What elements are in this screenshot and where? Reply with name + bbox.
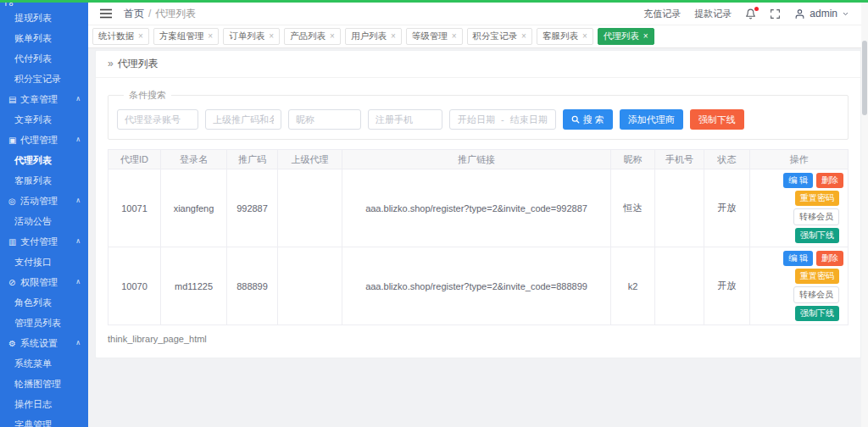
delete-button[interactable]: 删除: [816, 251, 843, 266]
fullscreen-icon[interactable]: [770, 8, 781, 19]
phone-input[interactable]: [368, 109, 442, 130]
tab[interactable]: 积分宝记录 ×: [467, 28, 532, 45]
top-right-actions: 充值记录 提款记录 admin: [643, 8, 849, 20]
sidebar-item[interactable]: 活动公告: [0, 211, 88, 231]
cell-agent-id: 10070: [108, 247, 161, 325]
sidebar-item[interactable]: 轮播图管理: [0, 374, 88, 394]
sidebar-group-label: 活动管理: [20, 196, 58, 206]
tab-close-icon[interactable]: ×: [391, 32, 396, 41]
parent-promo-code-input[interactable]: [205, 109, 281, 130]
cell-promo-code: 992887: [227, 169, 278, 247]
sidebar-group-item[interactable]: ⊘权限管理 ∧: [0, 272, 88, 292]
chevron-up-icon: ∧: [75, 231, 81, 252]
cell-promo-code: 888899: [227, 247, 278, 325]
tab-close-icon[interactable]: ×: [269, 32, 274, 41]
cell-actions: 编 辑 删除 重置密码 转移会员 强制下线: [750, 247, 849, 325]
tab[interactable]: 用户列表 ×: [345, 28, 402, 45]
cell-nickname: k2: [611, 247, 655, 325]
notification-bell-icon[interactable]: [745, 8, 756, 19]
tab-label: 等级管理: [412, 30, 448, 42]
sidebar-item[interactable]: 文章列表: [0, 109, 88, 130]
sidebar-item[interactable]: 角色列表: [0, 292, 88, 313]
cell-actions: 编 辑 删除 重置密码 转移会员 强制下线: [750, 169, 849, 247]
activity-icon: ◎: [8, 191, 20, 212]
tab-close-icon[interactable]: ×: [643, 32, 648, 41]
withdraw-records-link[interactable]: 提款记录: [694, 8, 732, 20]
nickname-input[interactable]: [288, 109, 361, 130]
reset-password-button[interactable]: 重置密码: [795, 269, 839, 284]
user-menu[interactable]: admin: [794, 8, 849, 19]
date-range-input[interactable]: 开始日期 - 结束日期: [449, 109, 556, 130]
tab[interactable]: 统计数据 ×: [92, 28, 149, 45]
sidebar-item-label: 客服列表: [14, 175, 52, 186]
chevron-up-icon: ∧: [75, 333, 81, 353]
cell-login-name: md11225: [161, 247, 227, 325]
agent-account-input[interactable]: [117, 109, 198, 130]
tab[interactable]: 客服列表 ×: [537, 28, 593, 45]
force-offline-button[interactable]: 强制下线: [795, 228, 839, 243]
breadcrumb-home[interactable]: 首页: [124, 8, 144, 19]
main-area: 首页/代理列表 充值记录 提款记录 admin 统计数据 × 方案组管理 × 订…: [88, 3, 861, 427]
column-header: 操作: [750, 150, 849, 169]
sidebar-item[interactable]: 系统菜单: [0, 353, 88, 374]
breadcrumb-current: 代理列表: [155, 8, 196, 19]
reset-password-button[interactable]: 重置密码: [795, 191, 839, 206]
tab-close-icon[interactable]: ×: [138, 32, 143, 41]
column-header: 代理ID: [108, 150, 161, 169]
delete-button[interactable]: 删除: [816, 173, 843, 188]
recharge-records-link[interactable]: 充值记录: [643, 8, 681, 20]
table-body: 10071 xiangfeng 992887 aaa.blizko.shop/r…: [108, 169, 849, 325]
tab-close-icon[interactable]: ×: [208, 32, 213, 41]
tab[interactable]: 订单列表 ×: [223, 28, 280, 45]
agent-list-card: »代理列表 条件搜索 开始日期 - 结束日期 搜 索: [95, 50, 861, 358]
force-offline-button[interactable]: 强制下线: [795, 306, 839, 321]
add-agent-button[interactable]: 添加代理商: [620, 109, 683, 130]
sidebar-item-label: 提现列表: [14, 13, 52, 23]
sidebar: T8 提现列表 账单列表 代付列表 积分宝记录 ▤文章管理 ∧ 文章列表 ▣代理…: [0, 0, 88, 427]
sidebar-item[interactable]: 代付列表: [0, 48, 88, 69]
edit-button[interactable]: 编 辑: [783, 251, 813, 266]
tab[interactable]: 产品列表 ×: [284, 28, 341, 45]
page-scrollbar-thumb[interactable]: [862, 41, 867, 115]
sidebar-item[interactable]: 客服列表: [0, 170, 88, 191]
sidebar-item[interactable]: 字典管理: [0, 414, 88, 427]
tab-close-icon[interactable]: ×: [452, 32, 457, 41]
sidebar-item[interactable]: 管理员列表: [0, 313, 88, 333]
sidebar-item[interactable]: 操作日志: [0, 394, 88, 414]
transfer-member-button[interactable]: 转移会员: [793, 286, 839, 303]
sidebar-item[interactable]: 支付接口: [0, 252, 88, 272]
hamburger-menu-icon[interactable]: [100, 8, 112, 19]
force-offline-all-button[interactable]: 强制下线: [690, 109, 744, 130]
sidebar-item[interactable]: 积分宝记录: [0, 69, 88, 89]
sidebar-group-item[interactable]: ◎活动管理 ∧: [0, 191, 88, 211]
transfer-member-button[interactable]: 转移会员: [793, 208, 839, 225]
sidebar-group-item[interactable]: ▤文章管理 ∧: [0, 89, 88, 109]
agent-table: 代理ID登录名推广码上级代理推广链接昵称手机号状态操作 10071 xiangf…: [108, 149, 849, 325]
loading-progress-bar: [0, 0, 868, 3]
tab-close-icon[interactable]: ×: [330, 32, 335, 41]
tab-close-icon[interactable]: ×: [582, 32, 587, 41]
sidebar-item[interactable]: 提现列表: [0, 8, 88, 28]
username: admin: [810, 8, 837, 19]
sidebar-item[interactable]: 代理列表: [0, 150, 88, 170]
tab-close-icon[interactable]: ×: [521, 32, 526, 41]
page-scrollbar[interactable]: [861, 0, 868, 427]
sidebar-group-label: 文章管理: [20, 94, 58, 104]
sidebar-group-item[interactable]: ⚙系统设置 ∧: [0, 333, 88, 353]
cell-status: 开放: [704, 169, 750, 247]
content-area: »代理列表 条件搜索 开始日期 - 结束日期 搜 索: [88, 48, 861, 427]
cell-login-name: xiangfeng: [161, 169, 227, 247]
sidebar-item-label: 代付列表: [14, 53, 52, 64]
sidebar-group-item[interactable]: ▥支付管理 ∧: [0, 231, 88, 252]
sidebar-item[interactable]: 账单列表: [0, 28, 88, 48]
search-button[interactable]: 搜 索: [563, 109, 613, 130]
sidebar-item-label: 系统菜单: [14, 358, 52, 369]
tab[interactable]: 方案组管理 ×: [153, 28, 219, 45]
permission-icon: ⊘: [8, 273, 20, 293]
edit-button[interactable]: 编 辑: [783, 173, 813, 188]
tab[interactable]: 等级管理 ×: [406, 28, 463, 45]
sidebar-group-item[interactable]: ▣代理管理 ∧: [0, 130, 88, 150]
tab-label: 客服列表: [542, 30, 578, 42]
sidebar-group-label: 系统设置: [20, 338, 58, 348]
tab[interactable]: 代理列表 ×: [598, 28, 654, 45]
